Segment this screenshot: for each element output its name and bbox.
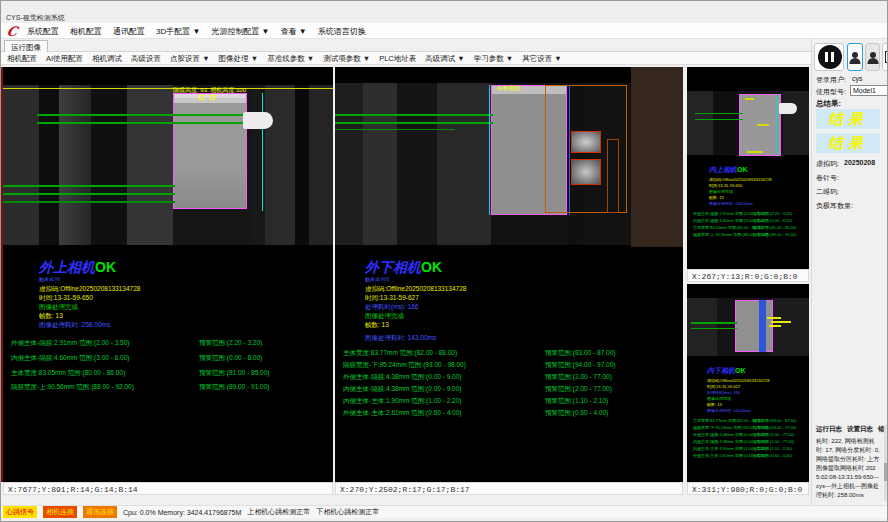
menu-item-light-config[interactable]: 光源控制配置 ▼ (211, 26, 269, 37)
measure-line-green (3, 193, 175, 195)
menu-bar: C 系统配置 相机配置 通讯配置 3D手配置 ▼ 光源控制配置 ▼ 查看 ▼ 系… (1, 23, 888, 39)
info-process-done: 图像处理完成 (365, 312, 404, 321)
clamp-arm (243, 112, 273, 129)
camera-view-inner-lower[interactable]: 内下相机OK 虚拟码:Offline20250208133134728 时间:1… (687, 284, 809, 482)
status-bar: 心跳信号 相机连接 通讯连接 Cpu: 0.0% Memory: 3424.41… (1, 505, 888, 518)
tab-strip: 运行图像 (1, 39, 888, 52)
measure-line-green (3, 201, 175, 203)
tool-test-params[interactable]: 测试项参数 ▼ (323, 54, 370, 64)
info-frame-count: 帧数: 13 (365, 321, 389, 330)
result-display-upper: 结果 (816, 109, 880, 129)
log-output: 耗时: 222, 网络检测耗时: 17, 网络分发耗时: 0, 网络提取分区耗时… (816, 437, 880, 500)
machinery-column (3, 85, 39, 245)
menu-item-language[interactable]: 系统语言切换 (318, 26, 366, 37)
pause-button[interactable] (814, 43, 844, 71)
measure-line-green (37, 114, 267, 116)
virtual-code-value: 20250208 (844, 159, 875, 166)
info-process-time: 图像处理耗时: 258.00ms (39, 321, 110, 330)
machinery-column (783, 91, 809, 155)
tool-baseline-params[interactable]: 基准线参数 ▼ (267, 54, 314, 64)
info-virtual-code: 虚拟码:Offline20250208133134728 (709, 177, 771, 182)
machinery-column (127, 85, 173, 245)
measure-line-green (335, 129, 455, 130)
tab-run-image[interactable]: 运行图像 (4, 40, 48, 52)
machinery-column (363, 83, 397, 245)
measure-warn-range: 预警范围:(0.00 - 8.00) (753, 218, 792, 223)
tool-plc-address[interactable]: PLC地址表 (379, 54, 416, 64)
menu-item-camera-config[interactable]: 相机配置 (70, 26, 102, 37)
tool-items: 相机配置 AI使用配置 相机调试 高级设置 点胶设置 ▼ 图像处理 ▼ 基准线参… (7, 54, 562, 64)
tool-image-processing[interactable]: 图像处理 ▼ (219, 54, 259, 64)
measure-line-green (691, 322, 737, 324)
machinery-column (687, 91, 713, 155)
tool-glue-settings[interactable]: 点胶设置 ▼ (170, 54, 210, 64)
trigger-status: 触发成功!0 (365, 276, 389, 282)
total-result-label: 总结果: (816, 99, 841, 109)
measure-value: 内侧主体-隔膜:4.38mm 范围:(0.00 - 9.00) (343, 385, 461, 394)
info-plc-time: 处理耗时(ms): 166 (707, 390, 740, 395)
machinery-column-brown (631, 67, 683, 247)
measure-value: 内侧主体-隔膜:4.60mm 范围:(3.00 - 6.00) (11, 354, 129, 363)
info-virtual-code: 虚拟码:Offline20250208133134728 (365, 285, 466, 294)
info-process-done: 图像处理完成 (707, 396, 731, 401)
camera-title: 内下相机OK (707, 366, 746, 376)
tab-run-log[interactable]: 运行日志 (816, 425, 842, 434)
info-time: 时间:13-31-59-627 (365, 294, 419, 303)
machinery-column (687, 298, 717, 356)
comm-connect-badge: 通讯连接 (83, 506, 117, 518)
heartbeat-badge: 心跳信号 (3, 506, 37, 518)
log-scrollbar-thumb[interactable] (884, 463, 887, 481)
pause-icon (818, 45, 842, 69)
camera-view-outer-lower[interactable]: AI检测框 外下相机OK 触发成功!0 虚拟码:Offline202502081… (335, 67, 683, 482)
tab-settings-log[interactable]: 设置日志 (847, 425, 873, 434)
tool-camera-config[interactable]: 相机配置 (7, 54, 37, 64)
camera-panel-inner-upper: 内上相机OK 虚拟码:Offline20250208133134728 时间:1… (687, 67, 809, 282)
machinery-column (771, 298, 809, 356)
log-tab-strip: 运行日志 设置日志 错误日志 (816, 425, 888, 434)
info-process-done: 图像处理完成 (39, 303, 78, 312)
orange-strip-box (607, 139, 619, 213)
user-switch-button[interactable] (865, 43, 880, 71)
menu-items: 系统配置 相机配置 通讯配置 3D手配置 ▼ 光源控制配置 ▼ 查看 ▼ 系统语… (27, 26, 366, 37)
info-process-time: 图像处理耗时: 258.00ms (709, 201, 753, 206)
exit-button[interactable]: → (882, 43, 888, 71)
tool-camera-debug[interactable]: 相机调试 (92, 54, 122, 64)
marker-dash-yellow (757, 124, 769, 126)
tool-ai-config[interactable]: AI使用配置 (46, 54, 83, 64)
measure-value: 内侧主体-主体:1.90mm 范围:(1.00 - 2.20) (343, 397, 461, 406)
ai-detect-label: AI检测框 (497, 84, 521, 93)
pixel-coords-bar: X:270;Y:2502;R:17;G:17;B:17 (335, 482, 683, 495)
login-user-button[interactable] (847, 43, 863, 71)
info-virtual-code: 虚拟码:Offline20250208133134728 (707, 378, 769, 383)
camera-view-inner-upper[interactable]: 内上相机OK 虚拟码:Offline20250208133134728 时间:1… (687, 67, 809, 269)
marker-dash-yellow (769, 325, 781, 327)
menu-item-3d-config[interactable]: 3D手配置 ▼ (156, 26, 200, 37)
edge-line-cyan (777, 94, 778, 156)
marker-dash-yellow (747, 151, 763, 153)
measure-warn-range: 预警范围:(83.00 - 87.00) (753, 418, 796, 423)
tool-advanced-debug[interactable]: 高级调试 ▼ (425, 54, 465, 64)
menu-item-view[interactable]: 查看 ▼ (281, 26, 307, 37)
tool-advanced-settings[interactable]: 高级设置 (131, 54, 161, 64)
model-select[interactable]: Model1 (850, 85, 888, 96)
camera-view-outer-upper[interactable]: 隔膜高度: 93. 相机高度:100 外上相机OK 触发成功! 虚拟码:Offl… (3, 67, 333, 482)
measure-value: 外侧主体-隔膜:2.91mm 范围:(2.00 - 3.50) (11, 339, 129, 348)
menu-item-system-config[interactable]: 系统配置 (27, 26, 59, 37)
menu-item-comm-config[interactable]: 通讯配置 (113, 26, 145, 37)
measure-value: 隔膜宽度-下:95.24mm 范围:(93.00 - 98.00) (343, 361, 466, 370)
tool-other-settings[interactable]: 其它设置 ▼ (522, 54, 562, 64)
info-virtual-code: 虚拟码:Offline20250208133134728 (39, 285, 140, 294)
measure-line-green (335, 114, 493, 116)
tool-learn-params[interactable]: 学习参数 ▼ (474, 54, 514, 64)
measure-value: 外侧主体-主体:2.61mm 范围:(0.60 - 4.00) (343, 409, 461, 418)
measure-warn-range: 预警范围:(1.10 - 2.10) (545, 397, 608, 406)
machinery-column (309, 85, 333, 245)
measure-line-green (695, 119, 743, 120)
info-process-done: 图像处理完成 (709, 189, 733, 194)
edge-line-cyan (489, 85, 490, 215)
machinery-column (39, 85, 59, 245)
upper-camera-heartbeat-status: 上相机心跳检测正常 (247, 507, 310, 517)
window-title: CYS-视觉检测系统 (6, 13, 65, 23)
log-scrollbar[interactable] (884, 425, 887, 501)
login-user-label: 登录用户: (816, 75, 846, 85)
